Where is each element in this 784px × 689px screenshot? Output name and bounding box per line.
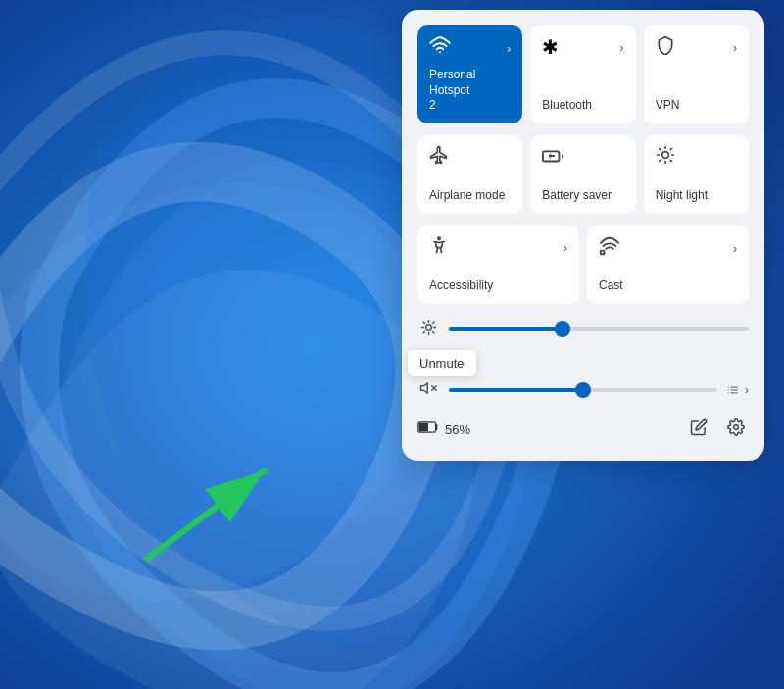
svg-line-19 [432, 331, 434, 333]
svg-point-15 [425, 324, 431, 330]
brightness-icon [417, 320, 439, 340]
tile-accessibility[interactable]: › Accessibility [417, 225, 579, 304]
bluetooth-label: Bluetooth [542, 98, 592, 114]
volume-slider[interactable] [449, 380, 717, 400]
tile-night-light[interactable]: Night light [644, 135, 749, 214]
svg-line-7 [659, 148, 660, 149]
tile-personal-hotspot[interactable]: › Personal Hotspot 2 [417, 25, 522, 123]
tiles-row-1: › Personal Hotspot 2 ✱ › Bluetooth [417, 25, 749, 123]
svg-line-22 [422, 331, 424, 333]
airplane-icon [429, 145, 449, 170]
wifi-icon [429, 35, 451, 62]
tiles-row-3: › Accessibility › Cast [417, 225, 749, 304]
volume-row-wrapper: Unmute [417, 352, 749, 401]
tile-bluetooth[interactable]: ✱ › Bluetooth [530, 25, 635, 123]
svg-point-4 [662, 151, 668, 158]
accessibility-chevron: › [564, 240, 567, 255]
volume-slider-row: › [417, 379, 749, 401]
battery-icon [417, 420, 439, 438]
quick-settings-panel: › Personal Hotspot 2 ✱ › Bluetooth [402, 10, 764, 461]
svg-line-8 [670, 160, 671, 161]
tile-cast[interactable]: › Cast [587, 225, 749, 304]
mute-icon [417, 379, 439, 401]
battery-saver-label: Battery saver [542, 188, 612, 204]
bluetooth-icon: ✱ [542, 35, 559, 59]
tile-vpn[interactable]: › VPN [644, 25, 749, 123]
night-light-label: Night light [656, 188, 708, 204]
night-light-icon [656, 145, 675, 170]
tiles-row-2: Airplane mode Battery saver [417, 135, 749, 214]
accessibility-label: Accessibility [429, 278, 493, 294]
cast-icon [599, 235, 620, 262]
accessibility-icon [429, 235, 449, 260]
volume-right-controls: › [727, 382, 749, 398]
bottom-bar: 56% [417, 415, 749, 445]
cast-label: Cast [599, 278, 623, 294]
svg-rect-14 [601, 250, 605, 254]
svg-line-11 [659, 160, 660, 161]
vpn-label: VPN [656, 98, 680, 114]
bottom-actions [686, 415, 749, 445]
svg-point-35 [734, 425, 739, 430]
battery-saver-icon [542, 145, 564, 172]
battery-info: 56% [417, 420, 470, 438]
svg-marker-24 [421, 383, 428, 394]
bluetooth-chevron: › [619, 40, 623, 55]
personal-hotspot-label: Personal Hotspot 2 [429, 68, 511, 114]
svg-line-23 [432, 322, 434, 324]
brightness-slider[interactable] [449, 320, 749, 339]
svg-line-18 [422, 322, 424, 324]
airplane-mode-label: Airplane mode [429, 188, 505, 204]
unmute-tooltip[interactable]: Unmute [408, 350, 476, 376]
vpn-chevron: › [733, 40, 737, 55]
shield-icon [656, 35, 675, 60]
tile-battery-saver[interactable]: Battery saver [530, 135, 635, 214]
sliders-section: Unmute [417, 320, 749, 401]
cast-chevron: › [733, 241, 737, 256]
personal-hotspot-chevron: › [507, 41, 511, 56]
battery-percentage: 56% [445, 422, 470, 437]
tile-airplane-mode[interactable]: Airplane mode [417, 135, 522, 214]
settings-button[interactable] [723, 415, 749, 445]
edit-quick-settings-button[interactable] [686, 415, 711, 445]
svg-line-12 [670, 148, 671, 149]
svg-rect-34 [419, 423, 428, 431]
brightness-slider-row [417, 320, 749, 340]
svg-point-2 [439, 52, 441, 54]
svg-point-13 [438, 237, 441, 240]
